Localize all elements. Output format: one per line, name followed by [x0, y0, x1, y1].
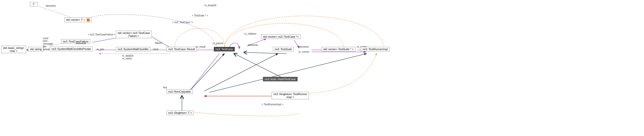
node-ns3-systemwallclockms-label: ns3::SystemWallClockMs	[118, 48, 148, 51]
node-ns3-testsuite-label: ns3::TestSuite	[275, 48, 292, 51]
node-std-vector-testcase-ptr: std::vector< ns3::TestCase *>	[261, 34, 300, 39]
label-m-datadir-m-name: m_dataDirm_name	[122, 54, 134, 60]
label-m-children: m_children	[244, 33, 256, 35]
diagram-container: T std::vector< T > std::basic_string< ch…	[0, 0, 644, 136]
label-testsuite-ptr-arc: < TestSuite * >	[192, 14, 208, 17]
node-std-vector-testcase-ptr-label: std::vector< ns3::TestCase *>	[263, 35, 299, 38]
node-std-vector-testcasefailure-label: std::vector< ns3::TestCaseFailure >	[118, 32, 150, 37]
node-ns3-singleton-testrunnerimpl: ns3::Singleton< TestRunnerImpl >	[272, 92, 309, 99]
label-m-parent: m_parent	[212, 42, 223, 45]
node-std-vector-T-label: std::vector< T >	[66, 18, 85, 21]
node-ns3-systemwallclockms: ns3::SystemWallClockMs	[116, 47, 150, 51]
node-ns3-noncopyable-label: ns3::NonCopyable	[168, 90, 191, 93]
label-elements-top: elements	[46, 5, 56, 7]
label-elements-1: elements	[76, 42, 86, 45]
node-ns3-testcase: ns3::TestCase	[214, 47, 235, 51]
node-ns3-singleton-T: ns3::Singleton< T >	[166, 110, 194, 115]
label-testrunnerimpl-template: < TestRunnerImpl >	[262, 103, 283, 106]
node-ns3-noncopyable: ns3::NonCopyable	[166, 89, 193, 94]
node-std-vector-testcasefailure: std::vector< ns3::TestCaseFailure >	[116, 31, 152, 38]
node-ns3-singleton-T-label: ns3::Singleton< T >	[168, 111, 192, 114]
node-ns3-systemwallclockmsprivate-label: ns3::SystemWallClockMsPrivate	[52, 47, 91, 50]
node-ns3-testrunnerimpl-label: ns3::TestRunnerImpl	[362, 48, 388, 51]
node-std-vector-T: std::vector< T >	[64, 18, 92, 22]
svg-line-18	[244, 52, 286, 54]
node-ns3-testcase-label: ns3::TestCase	[216, 48, 233, 51]
node-std-vector-testsuite-ptr: std::vector< TestSuite * >	[322, 47, 356, 51]
label-ns3-testcasefailure-arc: < ns3::TestCaseFailure >	[88, 33, 116, 36]
svg-line-17	[234, 54, 284, 79]
node-std-string-label: std::string	[30, 48, 42, 51]
label-clock: clock	[153, 48, 158, 51]
svg-line-14	[190, 54, 224, 91]
node-ns3-singleton-testrunnerimpl-label: ns3::Singleton< TestRunnerImpl >	[274, 93, 307, 99]
node-ns3-testcase-result-label: ns3::TestCase::Result	[168, 48, 195, 51]
node-std-vector-testsuite-ptr-label: std::vector< TestSuite * >	[323, 48, 354, 51]
label-key: key	[163, 86, 167, 89]
template-indicator	[87, 19, 90, 22]
node-ns3-systemwallclockmsprivate: ns3::SystemWallClockMsPrivate	[50, 47, 93, 51]
node-std-basic-string: std::basic_string< char >	[1, 46, 26, 53]
svg-line-16	[209, 54, 366, 92]
node-ns3-tests-hashtestcase-label: ns3::tests::HashTestCase	[265, 78, 296, 81]
diagram-arrows	[0, 0, 644, 136]
node-ns3-testsuite: ns3::TestSuite	[273, 47, 294, 51]
label-m-priv: m_priv	[97, 48, 104, 51]
node-T-label: T	[33, 3, 35, 6]
label-elements-2: elements	[248, 44, 258, 46]
node-ns3-tests-hashtestcase: ns3::tests::HashTestCase	[263, 77, 298, 81]
node-ns3-testcase-result: ns3::TestCase::Result	[166, 47, 197, 51]
label-failure: failure	[155, 42, 162, 44]
node-ns3-testrunnerimpl: ns3::TestRunnerImpl	[361, 47, 390, 51]
label-m-result: m_result	[196, 45, 205, 48]
label-elements-3: elements	[298, 45, 309, 48]
label-m-tempdir: m_tempDir	[204, 4, 216, 7]
svg-line-21	[190, 54, 219, 91]
svg-line-15	[204, 54, 278, 91]
label-m-runner: m_runner	[298, 50, 309, 53]
svg-line-10	[294, 40, 299, 48]
node-std-string: std::string	[28, 47, 44, 51]
node-T: T	[30, 2, 38, 7]
label-ns3-testcase-ptr-arc: < ns3::TestCase *>	[172, 21, 193, 24]
node-std-basic-string-label: std::basic_string< char >	[3, 46, 24, 52]
